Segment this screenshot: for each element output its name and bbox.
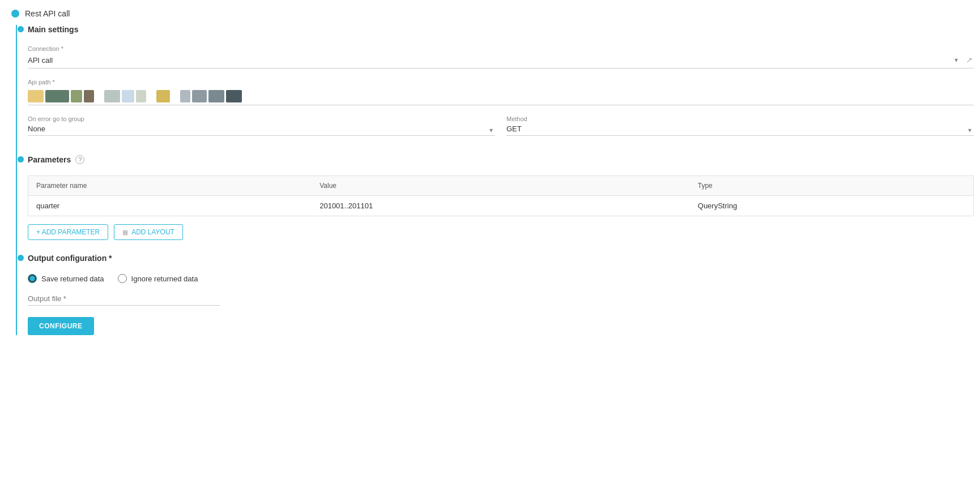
output-content: Output configuration * Save returned dat… xyxy=(28,254,974,335)
header-row: Rest API call xyxy=(0,9,980,25)
api-block-1[interactable] xyxy=(45,90,69,102)
main-settings-content: Main settings Connection * API call ↗ xyxy=(28,25,974,146)
ignore-returned-radio[interactable] xyxy=(118,274,127,283)
add-layout-button[interactable]: ▦ ADD LAYOUT xyxy=(114,224,183,240)
parameters-section: Parameters ? Parameter name Value xyxy=(34,155,980,240)
on-error-field-group: On error go to group None ▾ xyxy=(28,115,495,136)
radio-group: Save returned data Ignore returned data xyxy=(28,274,974,283)
connection-field-group: Connection * API call ↗ xyxy=(28,45,974,68)
method-select-wrapper: GET POST PUT DELETE ▾ xyxy=(506,125,974,136)
api-block-2[interactable] xyxy=(71,90,82,102)
error-method-row: On error go to group None ▾ Method xyxy=(28,115,974,136)
col-header-value: Value xyxy=(312,176,690,196)
api-path-blocks[interactable] xyxy=(28,88,974,105)
connection-input-row: API call ↗ xyxy=(28,54,974,68)
param-actions-cell xyxy=(926,196,973,216)
add-layout-icon: ▦ xyxy=(122,229,128,236)
save-returned-radio[interactable] xyxy=(28,274,37,283)
parameters-title: Parameters xyxy=(28,155,71,164)
method-select[interactable]: GET POST PUT DELETE xyxy=(506,125,974,133)
api-path-label: Api path * xyxy=(28,79,974,85)
col-header-type: Type xyxy=(690,176,926,196)
api-block-0[interactable] xyxy=(28,90,44,102)
save-returned-label[interactable]: Save returned data xyxy=(28,274,104,283)
output-file-field xyxy=(28,294,220,306)
dot-main-circle xyxy=(18,26,24,32)
main-settings-title: Main settings xyxy=(28,25,78,34)
output-section: Output configuration * Save returned dat… xyxy=(34,254,980,335)
page-title: Rest API call xyxy=(25,9,70,18)
parameters-table: Parameter name Value Type xyxy=(28,175,974,216)
ignore-returned-label[interactable]: Ignore returned data xyxy=(118,274,198,283)
parameters-help-icon[interactable]: ? xyxy=(75,155,84,164)
col-header-name: Parameter name xyxy=(28,176,312,196)
output-title: Output configuration * xyxy=(28,254,112,263)
api-block-6[interactable] xyxy=(136,90,146,102)
on-error-select-wrapper: None ▾ xyxy=(28,125,495,136)
dot-params-circle xyxy=(18,156,24,162)
page-container: Rest API call Main settings Connec xyxy=(0,0,980,501)
dot-output-circle xyxy=(18,255,24,261)
header-circle xyxy=(11,10,19,18)
main-settings-header: Main settings xyxy=(28,25,974,34)
timeline-line xyxy=(16,25,17,335)
main-settings-section: Main settings Connection * API call ↗ xyxy=(34,25,980,146)
output-header: Output configuration * xyxy=(28,254,974,263)
external-link-icon[interactable]: ↗ xyxy=(965,54,974,66)
table-row: quarter 201001..201101 QueryString xyxy=(28,196,974,216)
col-header-actions xyxy=(926,176,973,196)
parameters-content: Parameters ? Parameter name Value xyxy=(28,155,974,240)
api-block-11[interactable] xyxy=(226,90,242,102)
connection-label: Connection * xyxy=(28,45,974,52)
on-error-label: On error go to group xyxy=(28,115,495,122)
parameters-header: Parameters ? xyxy=(28,155,974,164)
api-block-8[interactable] xyxy=(180,90,190,102)
timeline-rail xyxy=(11,25,22,335)
connection-select[interactable]: API call xyxy=(28,56,53,65)
param-value-cell: 201001..201101 xyxy=(312,196,690,216)
ignore-returned-text: Ignore returned data xyxy=(131,275,198,283)
api-block-9[interactable] xyxy=(192,90,207,102)
save-returned-text: Save returned data xyxy=(41,275,104,283)
api-block-5[interactable] xyxy=(122,90,134,102)
api-block-4[interactable] xyxy=(104,90,120,102)
form-content: Main settings Connection * API call ↗ xyxy=(22,25,980,335)
param-type-cell: QueryString xyxy=(690,196,926,216)
output-file-input[interactable] xyxy=(28,294,220,303)
add-parameter-button[interactable]: + ADD PARAMETER xyxy=(28,224,108,240)
connection-select-wrapper: API call xyxy=(28,56,960,65)
configure-button[interactable]: CONFIGURE xyxy=(28,317,94,335)
method-field-group: Method GET POST PUT DELETE ▾ xyxy=(506,115,974,136)
param-buttons-row: + ADD PARAMETER ▦ ADD LAYOUT xyxy=(28,224,974,240)
api-path-field-group: Api path * xyxy=(28,79,974,105)
api-block-3[interactable] xyxy=(84,90,94,102)
api-block-10[interactable] xyxy=(208,90,224,102)
param-name-cell: quarter xyxy=(28,196,312,216)
on-error-select[interactable]: None xyxy=(28,125,495,133)
api-block-7[interactable] xyxy=(156,90,170,102)
method-label: Method xyxy=(506,115,974,122)
